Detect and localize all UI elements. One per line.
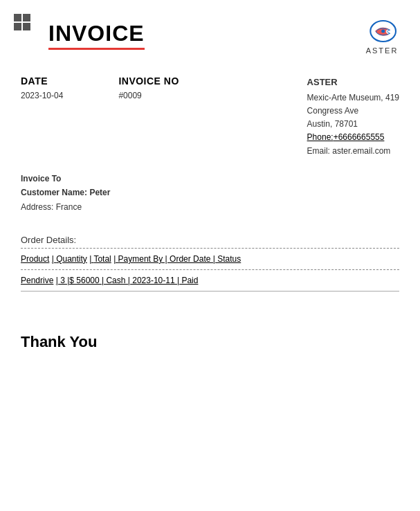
invoice-no-value: #0009 xyxy=(118,91,179,100)
customer-name-label: Customer Name: Peter xyxy=(21,188,110,197)
quantity-col-header: Quantity xyxy=(56,254,87,264)
order-label: Order Details: xyxy=(21,235,399,245)
company-address3: Austin, 78701 xyxy=(307,118,399,131)
email-value: aster.email.com xyxy=(332,146,390,156)
invoice-no-block: INVOICE NO #0009 xyxy=(118,75,179,158)
invoice-title: INVOICE xyxy=(48,21,145,50)
total-col-header: Total xyxy=(93,254,111,264)
product-col-header: Product xyxy=(21,254,49,264)
info-section: DATE 2023-10-04 INVOICE NO #0009 ASTER M… xyxy=(21,75,399,158)
invoice-to-section: Invoice To Customer Name: Peter Address:… xyxy=(21,172,399,214)
email-label: Email: xyxy=(307,146,330,156)
product-value: Pendrive xyxy=(21,276,53,285)
thank-you-section: Thank You xyxy=(21,333,399,351)
divider-bottom xyxy=(21,269,399,270)
company-phone-link[interactable]: Phone:+6666665555 xyxy=(307,132,385,142)
company-address1: Mexic-Arte Museum, 419 xyxy=(307,91,399,105)
order-header: Product | Quantity | Total | Payment By … xyxy=(21,251,399,267)
date-block: DATE 2023-10-04 xyxy=(21,75,63,158)
company-email: Email: aster.email.com xyxy=(307,145,399,158)
invoice-no-label: INVOICE NO xyxy=(118,75,179,87)
invoice-page: INVOICE ASTER DATE 2023-10-04 INVOI xyxy=(0,0,420,511)
svg-point-1 xyxy=(381,30,385,33)
date-label: DATE xyxy=(21,75,63,87)
grid-icon xyxy=(14,14,30,30)
company-info: ASTER Mexic-Arte Museum, 419 Congress Av… xyxy=(307,75,399,158)
order-row: Pendrive | 3 |$ 56000 | Cash | 2023-10-1… xyxy=(21,273,399,288)
address-line: Address: France xyxy=(21,200,399,214)
logo-area: ASTER xyxy=(365,17,399,55)
company-name: ASTER xyxy=(307,75,399,90)
phone-label: Phone: xyxy=(307,132,334,142)
phone-number: +6666665555 xyxy=(334,132,385,142)
top-bar: INVOICE ASTER xyxy=(21,14,399,55)
invoice-title-wrapper: INVOICE xyxy=(21,14,145,50)
address-label: Address: xyxy=(21,202,53,212)
address-value: France xyxy=(56,202,82,212)
invoice-to-label: Invoice To xyxy=(21,172,399,186)
company-phone: Phone:+6666665555 xyxy=(307,131,399,144)
company-address2: Congress Ave xyxy=(307,105,399,118)
aster-logo-icon xyxy=(365,17,399,45)
row-divider xyxy=(21,291,399,292)
thank-you-text: Thank You xyxy=(21,333,97,350)
order-section: Order Details: Product | Quantity | Tota… xyxy=(21,235,399,292)
info-left: DATE 2023-10-04 INVOICE NO #0009 xyxy=(21,75,179,158)
date-value: 2023-10-04 xyxy=(21,91,63,100)
customer-name-line: Customer Name: Peter xyxy=(21,186,399,199)
logo-label: ASTER xyxy=(366,46,399,55)
customer-name-value: Peter xyxy=(89,188,110,197)
divider-top xyxy=(21,248,399,249)
